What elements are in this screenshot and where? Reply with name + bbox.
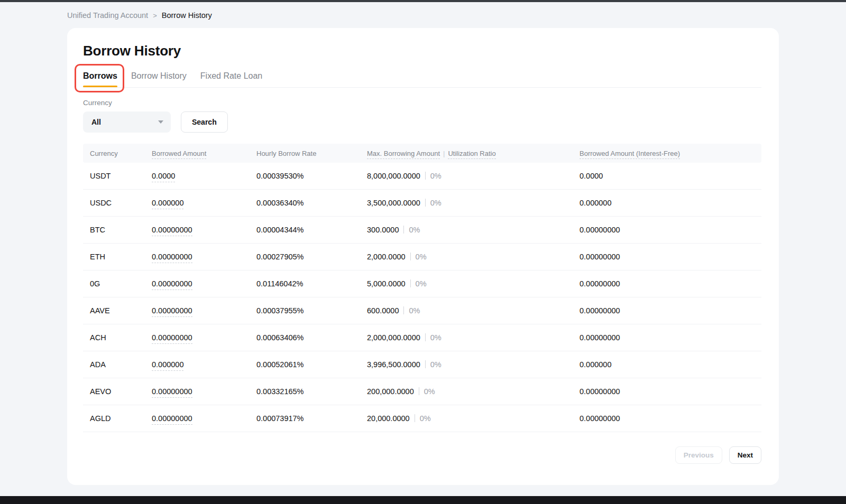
cell-max-borrowing-utilization: 20,000.00000% — [367, 414, 580, 423]
cell-interest-free: 0.0000 — [580, 172, 761, 180]
cell-hourly-borrow-rate: 0.00063406% — [256, 333, 367, 342]
currency-filter-label: Currency — [83, 99, 761, 107]
cell-hourly-borrow-rate: 0.00027905% — [256, 253, 367, 261]
tab-borrows-label: Borrows — [83, 71, 117, 80]
cell-borrowed-amount[interactable]: 0.00000000 — [152, 226, 256, 234]
tab-borrows[interactable]: Borrows — [83, 71, 117, 87]
bottom-bar — [0, 496, 846, 504]
cell-borrowed-amount[interactable]: 0.000000 — [152, 360, 256, 369]
breadcrumb: Unified Trading Account > Borrow History — [67, 11, 846, 20]
cell-interest-free: 0.00000000 — [580, 306, 761, 315]
next-page-button[interactable]: Next — [729, 446, 761, 464]
borrows-table: Currency Borrowed Amount Hourly Borrow R… — [83, 144, 761, 432]
cell-currency: ADA — [83, 360, 152, 369]
cell-interest-free: 0.000000 — [580, 360, 761, 369]
breadcrumb-link-unified-trading-account[interactable]: Unified Trading Account — [67, 11, 148, 20]
borrow-history-card: Borrow History Borrows Borrow History Fi… — [67, 28, 779, 485]
cell-currency: AEVO — [83, 387, 152, 396]
table-row: USDC 0.000000 0.00036340% 3,500,000.0000… — [83, 190, 761, 217]
cell-currency: USDT — [83, 172, 152, 180]
search-button[interactable]: Search — [181, 111, 228, 133]
table-row: AGLD 0.00000000 0.00073917% 20,000.00000… — [83, 405, 761, 432]
cell-borrowed-amount[interactable]: 0.00000000 — [152, 387, 256, 396]
cell-max-borrowing-utilization: 5,000.00000% — [367, 279, 580, 288]
cell-interest-free: 0.00000000 — [580, 333, 761, 342]
top-bar — [0, 0, 846, 2]
cell-borrowed-amount[interactable]: 0.00000000 — [152, 253, 256, 261]
table-row: ACH 0.00000000 0.00063406% 2,000,000.000… — [83, 324, 761, 351]
previous-page-button[interactable]: Previous — [675, 446, 722, 464]
currency-select-value: All — [91, 118, 101, 126]
table-row: USDT 0.0000 0.00039530% 8,000,000.00000%… — [83, 163, 761, 190]
table-row: AEVO 0.00000000 0.00332165% 200,000.0000… — [83, 378, 761, 405]
cell-borrowed-amount[interactable]: 0.0000 — [152, 172, 256, 180]
cell-hourly-borrow-rate: 0.00037955% — [256, 306, 367, 315]
header-max-borrowing-utilization[interactable]: Max. Borrowing Amount|Utilization Ratio — [367, 150, 580, 157]
cell-interest-free: 0.00000000 — [580, 279, 761, 288]
tab-borrow-history[interactable]: Borrow History — [131, 71, 187, 87]
cell-hourly-borrow-rate: 0.00036340% — [256, 199, 367, 207]
value-separator — [425, 333, 426, 341]
header-borrowed-amount[interactable]: Borrowed Amount — [152, 150, 256, 157]
page-title: Borrow History — [83, 43, 761, 59]
header-currency: Currency — [83, 150, 152, 157]
cell-currency: BTC — [83, 226, 152, 234]
cell-interest-free: 0.00000000 — [580, 226, 761, 234]
table-row: BTC 0.00000000 0.00004344% 300.00000% 0.… — [83, 217, 761, 244]
table-header-row: Currency Borrowed Amount Hourly Borrow R… — [83, 144, 761, 163]
cell-interest-free: 0.00000000 — [580, 387, 761, 396]
pagination: Previous Next — [83, 446, 761, 464]
cell-max-borrowing-utilization: 8,000,000.00000% — [367, 172, 580, 180]
tab-fixed-rate-loan-label: Fixed Rate Loan — [200, 71, 262, 80]
header-hourly-borrow-rate: Hourly Borrow Rate — [256, 150, 367, 157]
cell-currency: AGLD — [83, 414, 152, 423]
cell-borrowed-amount[interactable]: 0.00000000 — [152, 414, 256, 423]
cell-max-borrowing-utilization: 3,996,500.00000% — [367, 360, 580, 369]
cell-currency: 0G — [83, 279, 152, 288]
table-row: AAVE 0.00000000 0.00037955% 600.00000% 0… — [83, 297, 761, 324]
cell-interest-free: 0.000000 — [580, 199, 761, 207]
table-row: ETH 0.00000000 0.00027905% 2,000.00000% … — [83, 244, 761, 270]
cell-hourly-borrow-rate: 0.00004344% — [256, 226, 367, 234]
active-tab-underline — [83, 86, 117, 87]
cell-borrowed-amount[interactable]: 0.000000 — [152, 199, 256, 207]
cell-max-borrowing-utilization: 200,000.00000% — [367, 387, 580, 396]
value-separator — [403, 226, 404, 234]
cell-max-borrowing-utilization: 2,000.00000% — [367, 253, 580, 261]
value-separator — [415, 414, 415, 422]
value-separator — [425, 360, 426, 368]
header-separator: | — [443, 150, 445, 157]
cell-hourly-borrow-rate: 0.00073917% — [256, 414, 367, 423]
cell-currency: AAVE — [83, 306, 152, 315]
value-separator — [419, 387, 419, 395]
header-interest-free[interactable]: Borrowed Amount (Interest-Free) — [580, 150, 761, 157]
cell-currency: USDC — [83, 199, 152, 207]
value-separator — [425, 172, 426, 180]
cell-currency: ETH — [83, 253, 152, 261]
table-body: USDT 0.0000 0.00039530% 8,000,000.00000%… — [83, 163, 761, 432]
cell-max-borrowing-utilization: 300.00000% — [367, 226, 580, 234]
table-row: 0G 0.00000000 0.01146042% 5,000.00000% 0… — [83, 270, 761, 297]
cell-hourly-borrow-rate: 0.00039530% — [256, 172, 367, 180]
filter-row: All Search — [83, 111, 761, 133]
breadcrumb-current: Borrow History — [162, 11, 212, 20]
breadcrumb-separator-icon: > — [153, 12, 157, 20]
table-row: ADA 0.000000 0.00052061% 3,996,500.00000… — [83, 351, 761, 378]
chevron-down-icon — [158, 120, 163, 124]
cell-borrowed-amount[interactable]: 0.00000000 — [152, 306, 256, 315]
value-separator — [403, 306, 404, 314]
cell-hourly-borrow-rate: 0.00052061% — [256, 360, 367, 369]
cell-currency: ACH — [83, 333, 152, 342]
cell-hourly-borrow-rate: 0.00332165% — [256, 387, 367, 396]
value-separator — [425, 199, 426, 207]
cell-interest-free: 0.00000000 — [580, 253, 761, 261]
value-separator — [410, 253, 411, 260]
cell-interest-free: 0.00000000 — [580, 414, 761, 423]
cell-borrowed-amount[interactable]: 0.00000000 — [152, 279, 256, 288]
tab-bar: Borrows Borrow History Fixed Rate Loan — [83, 71, 761, 88]
tab-fixed-rate-loan[interactable]: Fixed Rate Loan — [200, 71, 262, 87]
tab-borrow-history-label: Borrow History — [131, 71, 187, 80]
currency-select[interactable]: All — [83, 111, 171, 133]
cell-borrowed-amount[interactable]: 0.00000000 — [152, 333, 256, 342]
value-separator — [410, 279, 411, 287]
